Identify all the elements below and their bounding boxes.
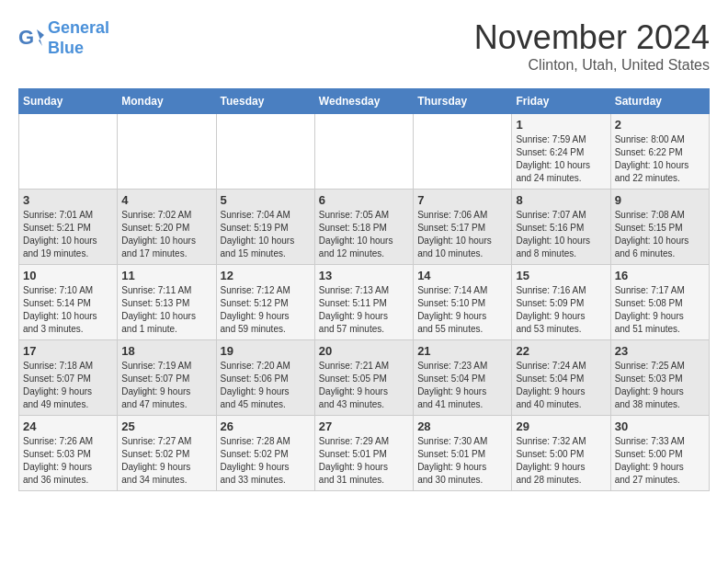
calendar-cell: 14Sunrise: 7:14 AM Sunset: 5:10 PM Dayli… bbox=[414, 265, 512, 340]
day-info: Sunrise: 7:26 AM Sunset: 5:03 PM Dayligh… bbox=[23, 435, 113, 487]
day-info: Sunrise: 7:33 AM Sunset: 5:00 PM Dayligh… bbox=[615, 435, 705, 487]
svg-marker-1 bbox=[37, 29, 44, 46]
day-number: 4 bbox=[121, 193, 211, 207]
logo-text: General Blue bbox=[48, 18, 109, 58]
calendar-cell: 26Sunrise: 7:28 AM Sunset: 5:02 PM Dayli… bbox=[216, 416, 314, 491]
day-number: 24 bbox=[23, 419, 113, 433]
day-info: Sunrise: 7:10 AM Sunset: 5:14 PM Dayligh… bbox=[23, 284, 113, 336]
calendar-cell: 11Sunrise: 7:11 AM Sunset: 5:13 PM Dayli… bbox=[118, 265, 216, 340]
calendar-cell: 2Sunrise: 8:00 AM Sunset: 6:22 PM Daylig… bbox=[610, 114, 709, 190]
day-info: Sunrise: 8:00 AM Sunset: 6:22 PM Dayligh… bbox=[615, 133, 705, 185]
day-number: 30 bbox=[615, 419, 705, 433]
day-info: Sunrise: 7:06 AM Sunset: 5:17 PM Dayligh… bbox=[417, 209, 507, 260]
svg-text:G: G bbox=[18, 26, 34, 49]
day-number: 7 bbox=[417, 193, 507, 207]
day-info: Sunrise: 7:17 AM Sunset: 5:08 PM Dayligh… bbox=[615, 284, 705, 336]
day-number: 20 bbox=[319, 344, 409, 358]
day-info: Sunrise: 7:11 AM Sunset: 5:13 PM Dayligh… bbox=[121, 284, 211, 336]
day-info: Sunrise: 7:30 AM Sunset: 5:01 PM Dayligh… bbox=[417, 435, 507, 487]
calendar-cell: 27Sunrise: 7:29 AM Sunset: 5:01 PM Dayli… bbox=[314, 416, 413, 491]
day-number: 15 bbox=[516, 269, 606, 282]
day-number: 28 bbox=[417, 419, 507, 433]
day-info: Sunrise: 7:29 AM Sunset: 5:01 PM Dayligh… bbox=[319, 435, 409, 487]
calendar-cell: 18Sunrise: 7:19 AM Sunset: 5:07 PM Dayli… bbox=[118, 340, 216, 416]
calendar-cell: 15Sunrise: 7:16 AM Sunset: 5:09 PM Dayli… bbox=[512, 265, 610, 340]
day-info: Sunrise: 7:07 AM Sunset: 5:16 PM Dayligh… bbox=[516, 209, 606, 260]
day-info: Sunrise: 7:20 AM Sunset: 5:06 PM Dayligh… bbox=[221, 360, 311, 411]
logo-icon: G bbox=[18, 26, 44, 52]
logo-line2: Blue bbox=[48, 39, 84, 57]
calendar-week-row: 17Sunrise: 7:18 AM Sunset: 5:07 PM Dayli… bbox=[19, 340, 710, 416]
day-info: Sunrise: 7:32 AM Sunset: 5:00 PM Dayligh… bbox=[516, 435, 606, 487]
day-info: Sunrise: 7:04 AM Sunset: 5:19 PM Dayligh… bbox=[221, 209, 311, 260]
day-info: Sunrise: 7:24 AM Sunset: 5:04 PM Dayligh… bbox=[516, 360, 606, 411]
day-info: Sunrise: 7:08 AM Sunset: 5:15 PM Dayligh… bbox=[615, 209, 705, 260]
day-of-week-header: Friday bbox=[512, 89, 610, 114]
day-of-week-header: Monday bbox=[118, 89, 216, 114]
day-info: Sunrise: 7:21 AM Sunset: 5:05 PM Dayligh… bbox=[319, 360, 409, 411]
day-number: 11 bbox=[121, 269, 211, 282]
title-area: November 2024 Clinton, Utah, United Stat… bbox=[474, 18, 710, 74]
calendar-cell bbox=[19, 114, 118, 190]
day-info: Sunrise: 7:27 AM Sunset: 5:02 PM Dayligh… bbox=[121, 435, 211, 487]
calendar-week-row: 24Sunrise: 7:26 AM Sunset: 5:03 PM Dayli… bbox=[19, 416, 710, 491]
calendar-cell: 7Sunrise: 7:06 AM Sunset: 5:17 PM Daylig… bbox=[414, 190, 512, 265]
calendar-cell: 28Sunrise: 7:30 AM Sunset: 5:01 PM Dayli… bbox=[414, 416, 512, 491]
calendar-cell: 22Sunrise: 7:24 AM Sunset: 5:04 PM Dayli… bbox=[512, 340, 610, 416]
day-number: 25 bbox=[121, 419, 211, 433]
day-number: 3 bbox=[23, 193, 113, 207]
day-number: 22 bbox=[516, 344, 606, 358]
day-number: 27 bbox=[319, 419, 409, 433]
day-number: 19 bbox=[221, 344, 311, 358]
calendar-cell: 16Sunrise: 7:17 AM Sunset: 5:08 PM Dayli… bbox=[610, 265, 709, 340]
logo: G General Blue bbox=[18, 18, 109, 58]
day-info: Sunrise: 7:19 AM Sunset: 5:07 PM Dayligh… bbox=[121, 360, 211, 411]
day-info: Sunrise: 7:13 AM Sunset: 5:11 PM Dayligh… bbox=[319, 284, 409, 336]
day-of-week-header: Thursday bbox=[414, 89, 512, 114]
calendar-cell: 3Sunrise: 7:01 AM Sunset: 5:21 PM Daylig… bbox=[19, 190, 118, 265]
day-number: 21 bbox=[417, 344, 507, 358]
calendar-cell: 25Sunrise: 7:27 AM Sunset: 5:02 PM Dayli… bbox=[118, 416, 216, 491]
calendar-cell: 6Sunrise: 7:05 AM Sunset: 5:18 PM Daylig… bbox=[314, 190, 413, 265]
calendar-cell: 29Sunrise: 7:32 AM Sunset: 5:00 PM Dayli… bbox=[512, 416, 610, 491]
calendar-cell: 19Sunrise: 7:20 AM Sunset: 5:06 PM Dayli… bbox=[216, 340, 314, 416]
calendar-cell: 4Sunrise: 7:02 AM Sunset: 5:20 PM Daylig… bbox=[118, 190, 216, 265]
day-number: 26 bbox=[221, 419, 311, 433]
day-number: 1 bbox=[516, 118, 606, 132]
day-of-week-header: Wednesday bbox=[314, 89, 413, 114]
calendar-cell bbox=[314, 114, 413, 190]
day-number: 2 bbox=[615, 118, 705, 132]
day-number: 16 bbox=[615, 269, 705, 282]
day-info: Sunrise: 7:02 AM Sunset: 5:20 PM Dayligh… bbox=[121, 209, 211, 260]
calendar-cell: 8Sunrise: 7:07 AM Sunset: 5:16 PM Daylig… bbox=[512, 190, 610, 265]
calendar-cell: 10Sunrise: 7:10 AM Sunset: 5:14 PM Dayli… bbox=[19, 265, 118, 340]
day-number: 5 bbox=[221, 193, 311, 207]
calendar-cell: 9Sunrise: 7:08 AM Sunset: 5:15 PM Daylig… bbox=[610, 190, 709, 265]
day-number: 8 bbox=[516, 193, 606, 207]
logo-line1: General bbox=[48, 18, 109, 37]
calendar-week-row: 3Sunrise: 7:01 AM Sunset: 5:21 PM Daylig… bbox=[19, 190, 710, 265]
day-info: Sunrise: 7:12 AM Sunset: 5:12 PM Dayligh… bbox=[221, 284, 311, 336]
day-number: 6 bbox=[319, 193, 409, 207]
header: G General Blue November 2024 Clinton, Ut… bbox=[18, 18, 710, 74]
day-number: 17 bbox=[23, 344, 113, 358]
calendar-body: 1Sunrise: 7:59 AM Sunset: 6:24 PM Daylig… bbox=[19, 114, 710, 491]
day-info: Sunrise: 7:14 AM Sunset: 5:10 PM Dayligh… bbox=[417, 284, 507, 336]
day-number: 14 bbox=[417, 269, 507, 282]
day-number: 13 bbox=[319, 269, 409, 282]
calendar-cell bbox=[118, 114, 216, 190]
calendar-cell: 30Sunrise: 7:33 AM Sunset: 5:00 PM Dayli… bbox=[610, 416, 709, 491]
day-info: Sunrise: 7:16 AM Sunset: 5:09 PM Dayligh… bbox=[516, 284, 606, 336]
day-info: Sunrise: 7:18 AM Sunset: 5:07 PM Dayligh… bbox=[23, 360, 113, 411]
day-info: Sunrise: 7:25 AM Sunset: 5:03 PM Dayligh… bbox=[615, 360, 705, 411]
day-of-week-header: Tuesday bbox=[216, 89, 314, 114]
day-number: 10 bbox=[23, 269, 113, 282]
calendar-week-row: 1Sunrise: 7:59 AM Sunset: 6:24 PM Daylig… bbox=[19, 114, 710, 190]
calendar-cell: 23Sunrise: 7:25 AM Sunset: 5:03 PM Dayli… bbox=[610, 340, 709, 416]
calendar-cell: 12Sunrise: 7:12 AM Sunset: 5:12 PM Dayli… bbox=[216, 265, 314, 340]
day-number: 9 bbox=[615, 193, 705, 207]
day-info: Sunrise: 7:05 AM Sunset: 5:18 PM Dayligh… bbox=[319, 209, 409, 260]
day-of-week-header: Saturday bbox=[610, 89, 709, 114]
calendar-cell: 20Sunrise: 7:21 AM Sunset: 5:05 PM Dayli… bbox=[314, 340, 413, 416]
days-of-week-row: SundayMondayTuesdayWednesdayThursdayFrid… bbox=[19, 89, 710, 114]
